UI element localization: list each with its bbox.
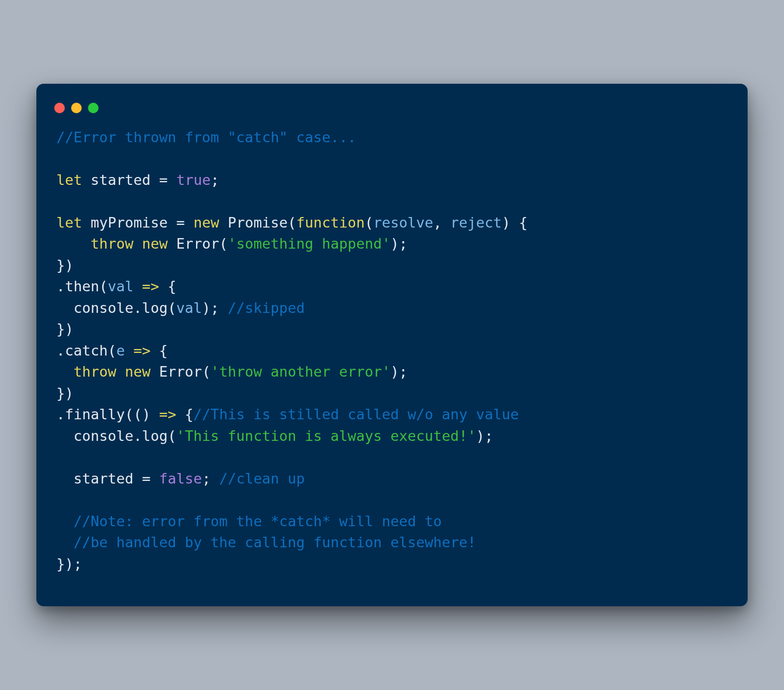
code-line: started = false; //clean up (56, 468, 728, 490)
code-token: ); (390, 235, 408, 252)
code-line: let started = true; (56, 170, 728, 191)
code-line: console.log('This function is always exe… (56, 426, 728, 447)
code-token: ); (476, 428, 494, 444)
code-token: }) (56, 257, 74, 273)
code-token: , (433, 214, 450, 231)
code-line: }); (56, 554, 728, 575)
code-token: ; (211, 172, 219, 188)
code-token: }) (56, 385, 74, 401)
code-line: .catch(e => { (56, 340, 728, 362)
code-token: started (82, 172, 159, 188)
code-token: new (142, 235, 168, 252)
code-token: .then( (56, 278, 108, 294)
code-token: true (177, 172, 211, 188)
code-token: //clean up (219, 470, 305, 487)
code-token: false (159, 470, 202, 487)
code-token (168, 172, 176, 188)
code-token: ) { (502, 214, 527, 231)
maximize-icon[interactable] (88, 103, 99, 113)
code-token: Promise( (219, 214, 296, 231)
code-token: val (177, 300, 202, 316)
code-block: //Error thrown from "catch" case... let … (36, 127, 748, 575)
code-token (133, 235, 142, 252)
code-token (56, 513, 74, 529)
code-token: }) (56, 321, 74, 337)
code-token: new (193, 214, 219, 231)
code-line (56, 447, 728, 468)
code-token: myPromise (82, 214, 177, 231)
code-token: //be handled by the calling function els… (74, 534, 476, 550)
code-line: .finally(() => {//This is stilled called… (56, 404, 728, 426)
code-token: => (159, 406, 177, 422)
code-token: 'throw another error' (211, 363, 390, 380)
code-token (56, 363, 74, 380)
code-line: .then(val => { (56, 276, 728, 298)
code-window: //Error thrown from "catch" case... let … (36, 84, 748, 607)
code-token: Error( (168, 235, 228, 252)
code-line: //be handled by the calling function els… (56, 532, 728, 554)
code-token: started (56, 470, 142, 487)
code-token (125, 342, 133, 359)
code-token: throw (91, 235, 133, 252)
code-token: { (177, 406, 194, 422)
code-token: throw (74, 363, 116, 380)
code-token: let (56, 214, 82, 231)
code-token: { (151, 342, 168, 359)
code-token (185, 214, 193, 231)
code-line (56, 148, 728, 170)
code-token: => (142, 278, 160, 294)
code-token: e (116, 342, 125, 359)
code-token: { (159, 278, 177, 294)
code-token: }); (56, 556, 82, 572)
code-token: let (56, 172, 82, 188)
code-token: => (133, 342, 151, 359)
code-token: function (296, 214, 365, 231)
code-line: }) (56, 319, 728, 340)
code-token: .finally(() (56, 406, 159, 422)
code-line (56, 489, 728, 511)
code-line (56, 191, 728, 212)
code-token (116, 363, 125, 380)
code-token: //skipped (228, 300, 305, 316)
code-token: new (125, 363, 151, 380)
code-line: throw new Error('something happend'); (56, 233, 728, 255)
code-token (56, 534, 74, 550)
code-token: //Error thrown from "catch" case... (56, 129, 356, 145)
code-token: = (142, 470, 151, 487)
code-token: //This is stilled called w/o any value (193, 406, 519, 422)
code-token: = (159, 172, 168, 188)
code-token: console.log( (56, 300, 177, 316)
code-token: val (108, 278, 134, 294)
code-token: ; (202, 470, 219, 487)
code-token: reject (450, 214, 502, 231)
minimize-icon[interactable] (71, 103, 82, 113)
code-token: = (177, 214, 185, 231)
code-token: ); (202, 300, 228, 316)
code-token: ); (390, 363, 408, 380)
code-token: 'This function is always executed!' (177, 428, 476, 444)
code-token: ( (365, 214, 373, 231)
code-line: }) (56, 255, 728, 277)
code-token: Error( (151, 363, 211, 380)
code-token (56, 235, 91, 252)
code-line: }) (56, 383, 728, 405)
code-token: .catch( (56, 342, 116, 359)
close-icon[interactable] (54, 103, 65, 113)
code-token: //Note: error from the *catch* will need… (74, 513, 442, 529)
code-line: let myPromise = new Promise(function(res… (56, 212, 728, 234)
code-token: 'something happend' (228, 235, 390, 252)
code-line: throw new Error('throw another error'); (56, 361, 728, 383)
code-line: console.log(val); //skipped (56, 298, 728, 319)
code-token: resolve (374, 214, 434, 231)
code-token: console.log( (56, 428, 177, 444)
code-token (133, 278, 142, 294)
code-line: //Note: error from the *catch* will need… (56, 511, 728, 533)
window-titlebar (36, 103, 748, 127)
code-line: //Error thrown from "catch" case... (56, 127, 728, 149)
code-token (151, 470, 159, 487)
